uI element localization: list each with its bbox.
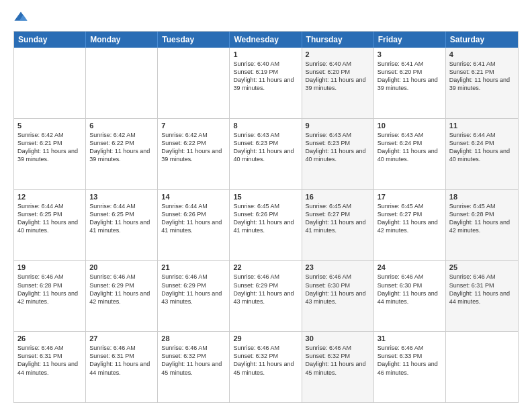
cal-cell-3-3: 22Sunrise: 6:46 AM Sunset: 6:29 PM Dayli… xyxy=(230,261,302,331)
day-number: 25 xyxy=(449,263,515,271)
cal-cell-0-1 xyxy=(86,48,158,118)
day-number: 9 xyxy=(306,122,370,130)
day-number: 31 xyxy=(378,334,442,342)
cell-info: Sunrise: 6:45 AM Sunset: 6:28 PM Dayligh… xyxy=(449,202,515,235)
cell-info: Sunrise: 6:46 AM Sunset: 6:31 PM Dayligh… xyxy=(17,344,82,377)
cell-info: Sunrise: 6:44 AM Sunset: 6:25 PM Dayligh… xyxy=(89,202,154,235)
cal-cell-4-5: 31Sunrise: 6:46 AM Sunset: 6:33 PM Dayli… xyxy=(374,332,446,402)
cell-info: Sunrise: 6:44 AM Sunset: 6:26 PM Dayligh… xyxy=(161,202,226,235)
day-number: 10 xyxy=(378,122,442,130)
day-number: 28 xyxy=(161,334,226,342)
cal-cell-3-2: 21Sunrise: 6:46 AM Sunset: 6:29 PM Dayli… xyxy=(158,261,230,331)
cal-cell-0-6: 4Sunrise: 6:41 AM Sunset: 6:21 PM Daylig… xyxy=(446,48,518,118)
cell-info: Sunrise: 6:46 AM Sunset: 6:31 PM Dayligh… xyxy=(449,273,515,306)
cal-cell-4-2: 28Sunrise: 6:46 AM Sunset: 6:32 PM Dayli… xyxy=(158,332,230,402)
cal-cell-2-4: 16Sunrise: 6:45 AM Sunset: 6:27 PM Dayli… xyxy=(302,190,374,261)
cal-cell-1-5: 10Sunrise: 6:43 AM Sunset: 6:24 PM Dayli… xyxy=(374,119,446,189)
cal-cell-3-4: 23Sunrise: 6:46 AM Sunset: 6:30 PM Dayli… xyxy=(302,261,374,331)
cal-cell-0-4: 2Sunrise: 6:40 AM Sunset: 6:20 PM Daylig… xyxy=(302,48,374,118)
cal-cell-4-1: 27Sunrise: 6:46 AM Sunset: 6:31 PM Dayli… xyxy=(86,332,158,402)
cal-cell-0-3: 1Sunrise: 6:40 AM Sunset: 6:19 PM Daylig… xyxy=(230,48,302,118)
day-number: 2 xyxy=(306,50,370,58)
cal-cell-0-0 xyxy=(14,48,86,118)
cell-info: Sunrise: 6:44 AM Sunset: 6:25 PM Dayligh… xyxy=(17,202,82,235)
day-number: 4 xyxy=(449,50,515,58)
page-header xyxy=(13,11,519,26)
cal-cell-4-3: 29Sunrise: 6:46 AM Sunset: 6:32 PM Dayli… xyxy=(230,332,302,402)
cell-info: Sunrise: 6:41 AM Sunset: 6:20 PM Dayligh… xyxy=(378,60,442,93)
cell-info: Sunrise: 6:46 AM Sunset: 6:31 PM Dayligh… xyxy=(89,344,154,377)
header-friday: Friday xyxy=(374,32,446,48)
calendar-row-3: 19Sunrise: 6:46 AM Sunset: 6:28 PM Dayli… xyxy=(14,261,518,332)
cal-cell-0-2 xyxy=(158,48,230,118)
day-number: 22 xyxy=(233,263,298,271)
cell-info: Sunrise: 6:45 AM Sunset: 6:26 PM Dayligh… xyxy=(233,202,298,235)
day-number: 15 xyxy=(233,193,298,201)
cell-info: Sunrise: 6:44 AM Sunset: 6:24 PM Dayligh… xyxy=(449,131,515,164)
cal-cell-2-2: 14Sunrise: 6:44 AM Sunset: 6:26 PM Dayli… xyxy=(158,190,230,261)
day-number: 20 xyxy=(89,263,154,271)
day-number: 8 xyxy=(233,122,298,130)
cell-info: Sunrise: 6:41 AM Sunset: 6:21 PM Dayligh… xyxy=(449,60,515,93)
cell-info: Sunrise: 6:40 AM Sunset: 6:19 PM Dayligh… xyxy=(233,60,298,93)
logo-icon xyxy=(13,11,28,26)
cell-info: Sunrise: 6:46 AM Sunset: 6:29 PM Dayligh… xyxy=(89,273,154,306)
header-wednesday: Wednesday xyxy=(230,32,302,48)
day-number: 23 xyxy=(306,263,370,271)
day-number: 7 xyxy=(161,122,226,130)
cell-info: Sunrise: 6:46 AM Sunset: 6:29 PM Dayligh… xyxy=(161,273,226,306)
cal-cell-1-6: 11Sunrise: 6:44 AM Sunset: 6:24 PM Dayli… xyxy=(446,119,518,189)
cell-info: Sunrise: 6:46 AM Sunset: 6:32 PM Dayligh… xyxy=(306,344,370,377)
calendar-row-0: 1Sunrise: 6:40 AM Sunset: 6:19 PM Daylig… xyxy=(14,48,518,119)
cell-info: Sunrise: 6:46 AM Sunset: 6:29 PM Dayligh… xyxy=(233,273,298,306)
cell-info: Sunrise: 6:45 AM Sunset: 6:27 PM Dayligh… xyxy=(306,202,370,235)
cell-info: Sunrise: 6:46 AM Sunset: 6:30 PM Dayligh… xyxy=(306,273,370,306)
day-number: 5 xyxy=(17,122,82,130)
calendar-row-4: 26Sunrise: 6:46 AM Sunset: 6:31 PM Dayli… xyxy=(14,332,518,402)
calendar-row-1: 5Sunrise: 6:42 AM Sunset: 6:21 PM Daylig… xyxy=(14,119,518,190)
header-sunday: Sunday xyxy=(14,32,86,48)
cal-cell-2-5: 17Sunrise: 6:45 AM Sunset: 6:27 PM Dayli… xyxy=(374,190,446,261)
calendar-body: 1Sunrise: 6:40 AM Sunset: 6:19 PM Daylig… xyxy=(14,48,518,402)
day-number: 6 xyxy=(89,122,154,130)
cell-info: Sunrise: 6:43 AM Sunset: 6:23 PM Dayligh… xyxy=(233,131,298,164)
day-number: 24 xyxy=(378,263,442,271)
header-tuesday: Tuesday xyxy=(158,32,230,48)
day-number: 13 xyxy=(89,193,154,201)
cell-info: Sunrise: 6:46 AM Sunset: 6:33 PM Dayligh… xyxy=(378,344,442,377)
cal-cell-2-0: 12Sunrise: 6:44 AM Sunset: 6:25 PM Dayli… xyxy=(14,190,86,261)
calendar-row-2: 12Sunrise: 6:44 AM Sunset: 6:25 PM Dayli… xyxy=(14,190,518,261)
day-number: 12 xyxy=(17,193,82,201)
cal-cell-3-1: 20Sunrise: 6:46 AM Sunset: 6:29 PM Dayli… xyxy=(86,261,158,331)
header-thursday: Thursday xyxy=(302,32,374,48)
cal-cell-4-4: 30Sunrise: 6:46 AM Sunset: 6:32 PM Dayli… xyxy=(302,332,374,402)
calendar-header: SundayMondayTuesdayWednesdayThursdayFrid… xyxy=(14,32,518,48)
header-monday: Monday xyxy=(86,32,158,48)
cell-info: Sunrise: 6:42 AM Sunset: 6:22 PM Dayligh… xyxy=(161,131,226,164)
cell-info: Sunrise: 6:46 AM Sunset: 6:32 PM Dayligh… xyxy=(161,344,226,377)
day-number: 26 xyxy=(17,334,82,342)
day-number: 18 xyxy=(449,193,515,201)
cal-cell-1-0: 5Sunrise: 6:42 AM Sunset: 6:21 PM Daylig… xyxy=(14,119,86,189)
cell-info: Sunrise: 6:46 AM Sunset: 6:28 PM Dayligh… xyxy=(17,273,82,306)
cal-cell-4-6 xyxy=(446,332,518,402)
cal-cell-4-0: 26Sunrise: 6:46 AM Sunset: 6:31 PM Dayli… xyxy=(14,332,86,402)
day-number: 19 xyxy=(17,263,82,271)
cal-cell-3-0: 19Sunrise: 6:46 AM Sunset: 6:28 PM Dayli… xyxy=(14,261,86,331)
cal-cell-1-4: 9Sunrise: 6:43 AM Sunset: 6:23 PM Daylig… xyxy=(302,119,374,189)
cell-info: Sunrise: 6:43 AM Sunset: 6:23 PM Dayligh… xyxy=(306,131,370,164)
cell-info: Sunrise: 6:46 AM Sunset: 6:30 PM Dayligh… xyxy=(378,273,442,306)
cal-cell-2-1: 13Sunrise: 6:44 AM Sunset: 6:25 PM Dayli… xyxy=(86,190,158,261)
cal-cell-0-5: 3Sunrise: 6:41 AM Sunset: 6:20 PM Daylig… xyxy=(374,48,446,118)
day-number: 29 xyxy=(233,334,298,342)
cal-cell-3-6: 25Sunrise: 6:46 AM Sunset: 6:31 PM Dayli… xyxy=(446,261,518,331)
cell-info: Sunrise: 6:42 AM Sunset: 6:21 PM Dayligh… xyxy=(17,131,82,164)
cal-cell-2-6: 18Sunrise: 6:45 AM Sunset: 6:28 PM Dayli… xyxy=(446,190,518,261)
cal-cell-1-1: 6Sunrise: 6:42 AM Sunset: 6:22 PM Daylig… xyxy=(86,119,158,189)
cal-cell-1-2: 7Sunrise: 6:42 AM Sunset: 6:22 PM Daylig… xyxy=(158,119,230,189)
cell-info: Sunrise: 6:40 AM Sunset: 6:20 PM Dayligh… xyxy=(306,60,370,93)
day-number: 3 xyxy=(378,50,442,58)
day-number: 16 xyxy=(306,193,370,201)
day-number: 30 xyxy=(306,334,370,342)
cal-cell-1-3: 8Sunrise: 6:43 AM Sunset: 6:23 PM Daylig… xyxy=(230,119,302,189)
